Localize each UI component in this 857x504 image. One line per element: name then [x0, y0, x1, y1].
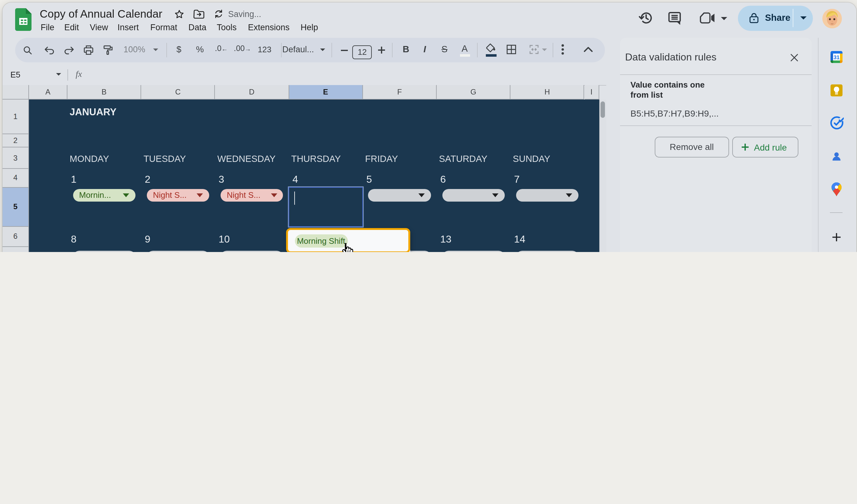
svg-text:31: 31 [834, 54, 840, 60]
